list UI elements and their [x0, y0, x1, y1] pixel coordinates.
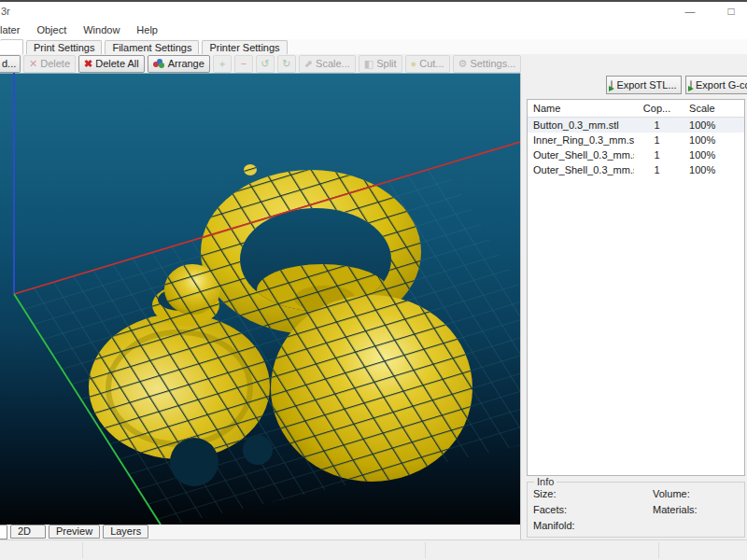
delete-label: Delete [40, 58, 70, 69]
status-divider [658, 542, 659, 558]
tab-print-settings[interactable]: Print Settings [26, 40, 102, 54]
delete-all-icon: ✖ [84, 59, 92, 69]
cut-button[interactable]: ● Cut... [405, 55, 450, 73]
export-gcode-button[interactable]: Export G-code... [685, 76, 747, 94]
tab-3d-partial[interactable] [0, 525, 7, 539]
cut-icon: ● [411, 59, 417, 69]
rotate-cw-button[interactable]: ↻ [277, 55, 296, 73]
object-grid-overlay [0, 73, 520, 525]
export-gcode-label: Export G-code... [696, 79, 747, 91]
plus-icon: ＋ [217, 59, 227, 69]
cell-copies: 1 [634, 147, 680, 162]
split-icon: ◧ [364, 59, 374, 69]
delete-all-label: Delete All [95, 58, 138, 69]
info-volume-label: Volume: [653, 486, 744, 502]
tab-layers[interactable]: Layers [103, 525, 148, 539]
maximize-button[interactable]: □ [717, 2, 745, 21]
table-row[interactable]: Outer_Shell_0.3_mm.stl 1 100% [528, 162, 744, 177]
table-row[interactable]: Inner_Ring_0.3_mm.stl 1 100% [528, 133, 744, 147]
column-copies[interactable]: Cop... [634, 100, 680, 117]
split-label: Split [376, 58, 396, 69]
info-size-label: Size: [528, 486, 653, 502]
object-table[interactable]: Name Cop... Scale Button_0.3_mm.stl 1 10… [527, 99, 745, 476]
increase-copies-button[interactable]: ＋ [213, 55, 232, 73]
delete-icon: ✕ [29, 59, 37, 69]
3d-scene [0, 73, 520, 525]
export-icon [611, 80, 613, 91]
column-scale[interactable]: Scale [680, 100, 744, 117]
settings-icon: ⚙ [458, 59, 468, 69]
minimize-button[interactable]: — [676, 2, 704, 21]
info-manifold-label: Manifold: [528, 518, 653, 534]
settings-label: Settings... [470, 58, 515, 69]
status-divider [82, 542, 83, 558]
minus-icon: − [241, 59, 247, 69]
plater-toolbar: d... ✕ Delete ✖ Delete All Arrange ＋ − ↺… [0, 54, 747, 73]
scale-label: Scale... [316, 58, 350, 69]
tab-filament-settings[interactable]: Filament Settings [105, 40, 199, 54]
table-row[interactable]: Button_0.3_mm.stl 1 100% [528, 118, 744, 133]
cell-scale: 100% [680, 133, 744, 147]
tab-plater-partial[interactable] [0, 39, 23, 54]
table-header: Name Cop... Scale [528, 100, 744, 118]
cell-name: Inner_Ring_0.3_mm.stl [528, 133, 634, 147]
cut-label: Cut... [419, 58, 444, 69]
rotate-ccw-icon: ↺ [261, 59, 269, 69]
tab-preview[interactable]: Preview [49, 525, 100, 539]
info-facets-label: Facets: [528, 502, 653, 518]
arrange-icon [153, 59, 165, 69]
cell-copies: 1 [634, 118, 680, 133]
menu-window[interactable]: Window [75, 22, 128, 37]
arrange-button[interactable]: Arrange [148, 55, 210, 73]
window-title: 3r [0, 6, 10, 17]
menu-bar: later Object Window Help [0, 21, 747, 39]
3d-viewport[interactable] [0, 73, 520, 525]
delete-button[interactable]: ✕ Delete [23, 55, 76, 73]
cell-scale: 100% [680, 147, 744, 162]
titlebar: 3r — □ [0, 2, 747, 21]
menu-help[interactable]: Help [128, 22, 166, 37]
settings-tab-bar: Print Settings Filament Settings Printer… [0, 39, 747, 54]
export-icon [690, 80, 692, 91]
scale-button[interactable]: ⬈ Scale... [299, 55, 356, 73]
arrange-label: Arrange [168, 58, 204, 69]
scale-icon: ⬈ [304, 59, 313, 69]
export-stl-button[interactable]: Export STL... [606, 76, 682, 94]
tab-2d[interactable]: 2D [10, 525, 46, 539]
export-stl-label: Export STL... [616, 79, 676, 91]
rotate-ccw-button[interactable]: ↺ [256, 55, 275, 73]
status-bar [0, 539, 747, 560]
delete-all-button[interactable]: ✖ Delete All [78, 55, 145, 73]
rotate-cw-icon: ↻ [282, 59, 290, 69]
decrease-copies-button[interactable]: − [234, 55, 253, 73]
cell-scale: 100% [680, 162, 744, 177]
status-divider [425, 542, 426, 558]
column-name[interactable]: Name [528, 100, 634, 117]
object-list-panel: Export STL... Export G-code... Name Cop.… [520, 73, 747, 539]
table-row[interactable]: Outer_Shell_0.3_mm.stl 1 100% [528, 147, 744, 162]
cell-name: Outer_Shell_0.3_mm.stl [528, 162, 634, 177]
split-button[interactable]: ◧ Split [359, 55, 402, 73]
object-settings-button[interactable]: ⚙ Settings... [453, 55, 522, 73]
menu-object[interactable]: Object [28, 22, 75, 37]
cell-copies: 1 [634, 162, 680, 177]
cell-name: Outer_Shell_0.3_mm.stl [528, 147, 634, 162]
cell-name: Button_0.3_mm.stl [528, 118, 634, 133]
view-tab-bar: 2D Preview Layers [0, 525, 520, 539]
cell-scale: 100% [680, 118, 744, 133]
info-materials-label: Materials: [653, 502, 744, 518]
cell-copies: 1 [634, 133, 680, 147]
add-button[interactable]: d... [0, 55, 21, 73]
menu-plater[interactable]: later [0, 22, 28, 37]
info-box: Info Size: Volume: Facets: Materials: Ma… [527, 482, 745, 538]
tab-printer-settings[interactable]: Printer Settings [202, 40, 287, 54]
